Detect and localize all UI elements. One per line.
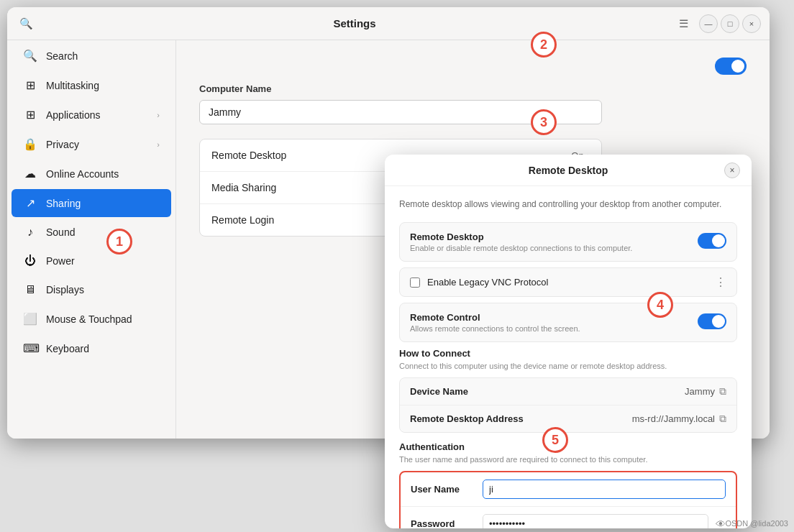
chevron-right-icon: › bbox=[157, 111, 160, 119]
sound-icon: ♪ bbox=[23, 226, 37, 239]
remote-address-label: Remote Desktop Address bbox=[410, 413, 632, 424]
dialog-description: Remote desktop allows viewing and contro… bbox=[399, 198, 737, 211]
sidebar-item-label: Applications bbox=[46, 109, 148, 121]
remote-address-row: Remote Desktop Address ms-rd://Jammy.loc… bbox=[400, 405, 736, 432]
sharing-icon: ↗ bbox=[23, 196, 37, 210]
titlebar: 🔍 Settings ☰ — □ × bbox=[7, 7, 770, 40]
watermark: OSDN @lida2003 bbox=[725, 519, 788, 528]
dialog-close-button[interactable]: × bbox=[724, 162, 740, 178]
sidebar-item-label: Privacy bbox=[46, 139, 148, 150]
close-button[interactable]: × bbox=[742, 14, 761, 33]
computer-name-label: Computer Name bbox=[199, 83, 747, 94]
privacy-icon: 🔒 bbox=[23, 137, 37, 151]
password-input[interactable] bbox=[483, 514, 708, 528]
displays-icon: 🖥 bbox=[23, 283, 37, 296]
vnc-label: Enable Legacy VNC Protocol bbox=[427, 277, 708, 288]
online-accounts-icon: ☁ bbox=[23, 167, 37, 180]
password-field-row: Password 👁 bbox=[401, 507, 736, 528]
menu-icon[interactable]: ☰ bbox=[673, 14, 693, 34]
username-input[interactable] bbox=[483, 480, 726, 499]
vnc-checkbox[interactable] bbox=[410, 278, 420, 288]
password-label: Password bbox=[411, 518, 475, 528]
dialog-title: Remote Desktop bbox=[412, 165, 724, 176]
window-controls: — □ × bbox=[699, 14, 761, 33]
sidebar-item-applications[interactable]: ⊞ Applications › bbox=[12, 101, 171, 129]
remote-control-toggle-text: Remote Control Allows remote connections… bbox=[410, 312, 698, 333]
multitasking-icon: ⊞ bbox=[23, 78, 37, 92]
sidebar-item-sound[interactable]: ♪ Sound bbox=[12, 219, 171, 246]
sidebar-item-label: Power bbox=[46, 255, 160, 267]
sidebar-item-label: Keyboard bbox=[46, 343, 160, 354]
sharing-master-toggle[interactable] bbox=[715, 58, 747, 75]
remote-desktop-toggle-sublabel: Enable or disable remote desktop connect… bbox=[410, 244, 698, 252]
search-icon[interactable]: 🔍 bbox=[16, 14, 36, 34]
sidebar-item-label: Online Accounts bbox=[46, 168, 160, 180]
sidebar-item-search[interactable]: 🔍 Search bbox=[12, 42, 171, 70]
sidebar-item-label: Sound bbox=[46, 226, 160, 238]
remote-control-toggle[interactable] bbox=[698, 313, 726, 329]
applications-icon: ⊞ bbox=[23, 108, 37, 121]
maximize-button[interactable]: □ bbox=[721, 14, 739, 33]
vnc-menu-button[interactable]: ⋮ bbox=[715, 275, 726, 289]
how-to-connect-section: How to Connect Connect to this computer … bbox=[399, 348, 737, 433]
dialog-titlebar: Remote Desktop × bbox=[385, 155, 752, 186]
computer-name-input[interactable] bbox=[199, 100, 602, 124]
sidebar-item-label: Multitasking bbox=[46, 80, 160, 91]
remote-desktop-toggle[interactable] bbox=[698, 233, 726, 249]
sidebar-item-label: Mouse & Touchpad bbox=[46, 313, 160, 325]
remote-control-label: Remote Control bbox=[410, 312, 698, 323]
remote-control-toggle-row: Remote Control Allows remote connections… bbox=[399, 303, 737, 342]
auth-heading: Authentication bbox=[399, 441, 737, 452]
authentication-section: Authentication The user name and passwor… bbox=[399, 441, 737, 528]
search-icon: 🔍 bbox=[23, 49, 37, 63]
remote-desktop-toggle-label: Remote Desktop bbox=[410, 231, 698, 242]
connection-info-box: Device Name Jammy ⧉ Remote Desktop Addre… bbox=[399, 377, 737, 433]
sidebar-item-keyboard[interactable]: ⌨ Keyboard bbox=[12, 334, 171, 362]
how-to-connect-desc: Connect to this computer using the devic… bbox=[399, 362, 737, 370]
window-title: Settings bbox=[42, 17, 667, 29]
sidebar-item-privacy[interactable]: 🔒 Privacy › bbox=[12, 130, 171, 158]
sidebar-item-label: Sharing bbox=[46, 198, 160, 209]
device-name-label: Device Name bbox=[410, 386, 685, 397]
how-to-connect-heading: How to Connect bbox=[399, 348, 737, 359]
device-name-row: Device Name Jammy ⧉ bbox=[400, 378, 736, 405]
sidebar-item-multitasking[interactable]: ⊞ Multitasking bbox=[12, 71, 171, 99]
auth-desc: The user name and password are required … bbox=[399, 455, 737, 464]
sidebar: 🔍 Search ⊞ Multitasking ⊞ Applications ›… bbox=[7, 40, 176, 439]
remote-desktop-dialog: Remote Desktop × Remote desktop allows v… bbox=[385, 155, 752, 528]
remote-address-value: ms-rd://Jammy.local bbox=[632, 413, 715, 424]
sidebar-item-sharing[interactable]: ↗ Sharing bbox=[12, 189, 171, 217]
auth-box: User Name Password 👁 bbox=[399, 471, 737, 528]
chevron-right-icon: › bbox=[157, 140, 160, 149]
show-password-icon[interactable]: 👁 bbox=[716, 518, 726, 529]
copy-address-button[interactable]: ⧉ bbox=[719, 413, 726, 425]
username-field-row: User Name bbox=[401, 472, 736, 507]
sidebar-item-displays[interactable]: 🖥 Displays bbox=[12, 276, 171, 303]
mouse-icon: ⬜ bbox=[23, 312, 37, 326]
remote-desktop-toggle-text: Remote Desktop Enable or disable remote … bbox=[410, 231, 698, 252]
sidebar-item-label: Search bbox=[46, 50, 160, 62]
copy-device-name-button[interactable]: ⧉ bbox=[719, 385, 726, 398]
device-name-value: Jammy bbox=[685, 386, 715, 397]
username-label: User Name bbox=[411, 484, 475, 495]
keyboard-icon: ⌨ bbox=[23, 341, 37, 355]
minimize-button[interactable]: — bbox=[699, 14, 718, 33]
dialog-body: Remote desktop allows viewing and contro… bbox=[385, 186, 752, 528]
sidebar-item-online-accounts[interactable]: ☁ Online Accounts bbox=[12, 160, 171, 188]
sidebar-item-mouse-touchpad[interactable]: ⬜ Mouse & Touchpad bbox=[12, 305, 171, 333]
sidebar-item-label: Displays bbox=[46, 284, 160, 295]
power-icon: ⏻ bbox=[23, 254, 37, 267]
remote-control-sublabel: Allows remote connections to control the… bbox=[410, 324, 698, 333]
sidebar-item-power[interactable]: ⏻ Power bbox=[12, 247, 171, 275]
remote-desktop-toggle-row: Remote Desktop Enable or disable remote … bbox=[399, 222, 737, 262]
vnc-checkbox-row: Enable Legacy VNC Protocol ⋮ bbox=[399, 267, 737, 297]
